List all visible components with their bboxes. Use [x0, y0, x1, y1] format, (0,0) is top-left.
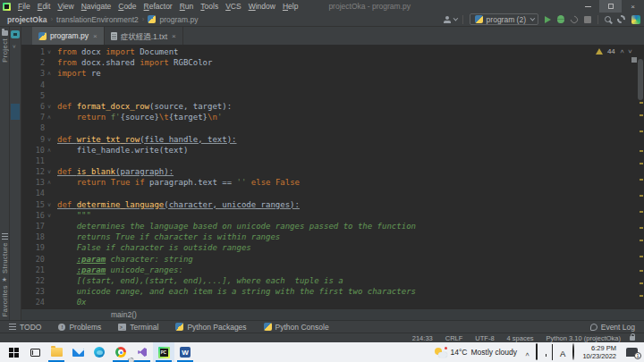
fold-marker-icon[interactable]: > [45, 134, 53, 145]
status-indent-style[interactable]: 4 spaces [507, 334, 534, 342]
tray-ime-indicator[interactable]: A [560, 344, 565, 360]
code-line[interactable]: 5 [21, 90, 644, 101]
minimize-button[interactable] [577, 0, 599, 13]
menu-vcs[interactable]: VCS [225, 2, 242, 11]
toolwindow-todo[interactable]: TODO [9, 323, 41, 332]
status-file-encoding[interactable]: UTF-8 [475, 334, 494, 342]
tray-hidden-icons-chevron[interactable]: > [525, 344, 529, 360]
toolwindow-python-packages[interactable]: Python Packages [175, 323, 246, 332]
taskbar-mail-icon[interactable] [67, 342, 89, 362]
weather-widget[interactable]: 14°C Mostly cloudy [435, 347, 518, 358]
code-line[interactable]: 23 unicode range, and each item is a str… [21, 286, 644, 297]
menu-code[interactable]: Code [117, 2, 137, 11]
breadcrumb-item[interactable]: translationEnvironment2 [56, 15, 139, 24]
code-line[interactable]: 12>def is_blank(paragraph): [21, 166, 644, 177]
toolbox-icon[interactable] [631, 15, 640, 24]
menu-refactor[interactable]: Refactor [143, 2, 174, 11]
code-line[interactable]: 3>import re [21, 68, 644, 79]
code-line[interactable]: 14 [21, 188, 644, 198]
code-line[interactable]: 20 :param character: string [21, 254, 644, 265]
menu-view[interactable]: View [56, 2, 74, 11]
menu-help[interactable]: Help [282, 2, 299, 11]
status-line-separator[interactable]: CRLF [445, 334, 463, 342]
code-line[interactable]: 13> return True if paragraph.text == '' … [21, 177, 644, 188]
run-button[interactable] [545, 16, 551, 23]
code-line[interactable]: 6>def format_docx_row(source, target): [21, 101, 644, 112]
sidebar-item-project[interactable]: Project [1, 38, 9, 63]
project-panel-collapsed[interactable]: > [10, 27, 21, 320]
notification-center-icon[interactable]: 1 [626, 348, 638, 357]
toolwindow-python-console[interactable]: Python Console [264, 323, 329, 332]
tray-window-icon[interactable] [536, 344, 538, 360]
close-button[interactable]: × [622, 0, 644, 13]
code-line[interactable]: 2from docx.shared import RGBColor [21, 57, 644, 68]
toolwindow-terminal[interactable]: >_Terminal [118, 323, 158, 332]
code-line[interactable]: 15>def determine_language(character, uni… [21, 199, 644, 210]
code-line[interactable]: 16> """ [21, 210, 644, 221]
code-line[interactable]: 9>def write_txt_row(file_handle, text): [21, 134, 644, 145]
code-line[interactable]: 17 determines the language based on unic… [21, 221, 644, 232]
code-line[interactable]: 10> file_handle.write(text) [21, 145, 644, 156]
menu-edit[interactable]: Edit [37, 2, 52, 11]
project-tool-icon[interactable] [2, 30, 8, 36]
taskbar-edge-icon[interactable] [89, 342, 110, 362]
code-editor[interactable]: 1>from docx import Document2from docx.sh… [21, 45, 644, 308]
code-line[interactable]: 24 0x [21, 297, 644, 307]
event-log-button[interactable]: Event Log [590, 323, 635, 332]
code-line[interactable]: 1>from docx import Document [21, 46, 644, 57]
taskbar-clock[interactable]: 6:29 PM 10/23/2022 [582, 344, 616, 360]
chevron-down-icon[interactable]: > [12, 45, 17, 48]
menu-navigate[interactable]: Navigate [80, 2, 113, 11]
code-line[interactable]: 8 [21, 122, 644, 133]
search-everywhere-icon[interactable] [605, 16, 611, 22]
status-python-interpreter[interactable]: Python 3.10 (projectOka) [547, 334, 621, 342]
menu-file[interactable]: File [17, 2, 31, 11]
readonly-lock-icon[interactable] [630, 336, 635, 341]
tray-contrast-icon[interactable] [572, 344, 574, 360]
fold-marker-icon[interactable]: > [45, 210, 53, 221]
fold-marker-icon[interactable]: > [45, 46, 53, 57]
sidebar-item-favorites[interactable]: Favorites [1, 285, 9, 316]
taskbar-start-icon[interactable] [3, 342, 24, 362]
taskbar-visual-studio-icon[interactable] [131, 342, 153, 362]
tab-____.1.txt[interactable]: 症状経過.1.txt× [105, 27, 183, 45]
maximize-button[interactable] [599, 0, 622, 13]
prev-warning-icon[interactable]: > [618, 49, 624, 53]
debug-button[interactable] [557, 15, 564, 23]
scrollbar-thumb[interactable] [638, 59, 643, 100]
status-caret-position[interactable]: 214:33 [412, 334, 433, 342]
fold-marker-icon[interactable]: > [45, 68, 53, 79]
taskbar-pycharm-icon[interactable]: PC [153, 342, 174, 362]
code-line[interactable]: 7> return f'{source}\t{target}\n' [21, 112, 644, 122]
sidebar-item-structure[interactable]: Structure [1, 242, 9, 274]
coverage-button[interactable] [569, 14, 579, 24]
breadcrumb-member[interactable]: main2() [111, 310, 137, 319]
inspection-widget[interactable]: 44 > > [596, 47, 631, 55]
fold-marker-icon[interactable]: > [45, 177, 53, 188]
toolwindow-problems[interactable]: !Problems [58, 323, 101, 332]
stop-button[interactable] [584, 16, 591, 23]
structure-tool-icon[interactable] [2, 233, 8, 240]
fold-marker-icon[interactable]: > [45, 101, 53, 112]
menu-window[interactable]: Window [248, 2, 276, 11]
taskbar-chrome-icon[interactable] [110, 342, 131, 362]
taskbar-file-explorer-icon[interactable] [46, 342, 67, 362]
tab-close-icon[interactable]: × [93, 32, 97, 40]
fold-marker-icon[interactable]: > [45, 112, 53, 122]
breadcrumb-item[interactable]: program.py [159, 15, 198, 24]
menu-tools[interactable]: Tools [199, 2, 219, 11]
fold-marker-icon[interactable]: > [45, 166, 53, 177]
share-user-icon[interactable] [444, 16, 456, 23]
taskbar-word-icon[interactable]: W [174, 342, 196, 362]
code-line[interactable]: 18 returns True if character is within r… [21, 232, 644, 242]
star-icon[interactable]: ★ [2, 276, 7, 282]
settings-gear-icon[interactable] [617, 15, 625, 23]
breadcrumb-item[interactable]: projectOka [7, 15, 47, 24]
tray-cable-icon[interactable] [552, 344, 553, 360]
tab-program.py[interactable]: program.py× [32, 27, 105, 45]
code-line[interactable]: 21 :param unicode_ranges: [21, 265, 644, 275]
fold-marker-icon[interactable]: > [45, 199, 53, 210]
code-line[interactable]: 4 [21, 80, 644, 90]
menu-run[interactable]: Run [179, 2, 195, 11]
fold-marker-icon[interactable]: > [45, 145, 53, 156]
